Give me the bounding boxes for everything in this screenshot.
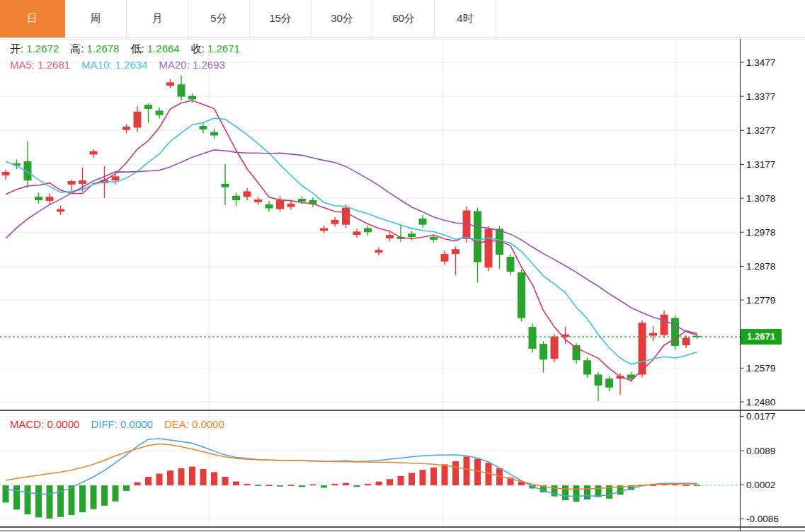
tab-5min[interactable]: 5分 <box>188 0 250 37</box>
svg-text:1.2878: 1.2878 <box>746 261 775 272</box>
ohlc-legend-low: 低: 1.2664 <box>130 42 179 54</box>
svg-text:0.0002: 0.0002 <box>746 480 775 490</box>
svg-text:1.3477: 1.3477 <box>746 57 775 68</box>
current-price-badge: 1.2671 <box>741 329 782 345</box>
tab-30min[interactable]: 30分 <box>312 0 373 37</box>
chart-canvas[interactable]: 1.34771.33771.32771.31771.30781.29781.28… <box>0 0 805 532</box>
macd-legend-diff: DIFF: 0.0000 <box>91 418 153 430</box>
tab-weekly[interactable]: 周 <box>65 0 127 37</box>
macd-legend: MACD: 0.0000DIFF: 0.0000DEA: 0.0000 <box>10 418 236 430</box>
svg-text:1.2978: 1.2978 <box>746 227 775 238</box>
svg-text:-0.0086: -0.0086 <box>746 514 779 524</box>
ohlc-legend-high: 高: 1.2678 <box>70 42 119 54</box>
ma-legend: MA5: 1.2681MA10: 1.2634MA20: 1.2693 <box>10 59 236 71</box>
svg-text:1.2579: 1.2579 <box>746 363 775 374</box>
tab-monthly[interactable]: 月 <box>127 0 188 37</box>
svg-text:0.0177: 0.0177 <box>746 411 775 422</box>
svg-text:0.0089: 0.0089 <box>746 446 775 456</box>
ma-legend-ma5: MA5: 1.2681 <box>10 59 70 71</box>
ma-legend-ma10: MA10: 1.2634 <box>81 59 147 71</box>
timeframe-tabbar: 日周月5分15分30分60分4时 <box>0 0 805 38</box>
svg-text:1.3078: 1.3078 <box>746 193 775 204</box>
macd-legend-dea: DEA: 0.0000 <box>164 418 224 430</box>
ohlc-legend-open: 开: 1.2672 <box>10 42 59 54</box>
tab-daily[interactable]: 日 <box>0 0 65 37</box>
tab-15min[interactable]: 15分 <box>250 0 312 37</box>
svg-text:1.3177: 1.3177 <box>746 159 775 170</box>
ma-legend-ma20: MA20: 1.2693 <box>159 59 224 71</box>
macd-legend-macd: MACD: 0.0000 <box>10 418 79 430</box>
tab-4hour[interactable]: 4时 <box>435 0 496 37</box>
svg-text:1.2779: 1.2779 <box>746 295 775 306</box>
ohlc-legend-close: 收: 1.2671 <box>191 42 240 54</box>
ohlc-legend: 开: 1.2672高: 1.2678低: 1.2664收: 1.2671 <box>10 42 251 56</box>
trading-chart-app: 1.34771.33771.32771.31771.30781.29781.28… <box>0 0 805 532</box>
svg-text:1.3277: 1.3277 <box>746 125 775 136</box>
svg-text:1.2480: 1.2480 <box>746 397 775 407</box>
svg-text:1.3377: 1.3377 <box>746 91 775 102</box>
tab-60min[interactable]: 60分 <box>373 0 435 37</box>
